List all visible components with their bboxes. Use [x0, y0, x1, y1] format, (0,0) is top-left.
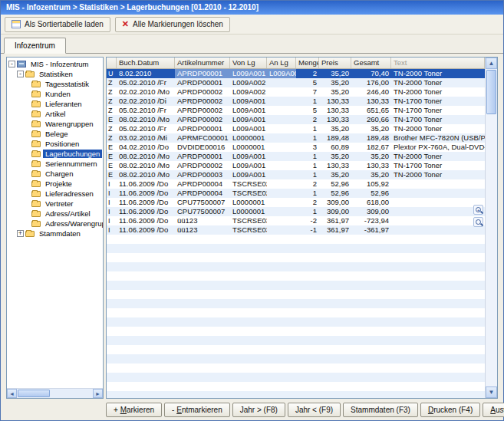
- cell-buch-datum[interactable]: 8.02.2010: [117, 69, 175, 78]
- cell-text[interactable]: [391, 198, 485, 207]
- cell-an-lg[interactable]: [267, 179, 296, 189]
- cell-menge[interactable]: 1: [296, 133, 319, 143]
- cell-von-lg[interactable]: L009A001: [230, 170, 267, 179]
- cell-menge[interactable]: 5: [296, 78, 319, 87]
- cell-von-lg[interactable]: TSCRSE03: [230, 225, 267, 235]
- cell-text[interactable]: [391, 207, 485, 216]
- cell-text[interactable]: TN-1700 Toner: [391, 115, 485, 124]
- cell-menge[interactable]: 1: [296, 97, 319, 106]
- cell-an-lg[interactable]: [267, 207, 296, 216]
- cell-an-lg[interactable]: [267, 124, 296, 133]
- cell-text[interactable]: TN-2000 Toner: [391, 152, 485, 161]
- cell-menge[interactable]: 1: [296, 207, 319, 216]
- cell-menge[interactable]: -2: [296, 216, 319, 225]
- table-row[interactable]: U8.02.2010APRDP00001L009A001L009A002235,…: [107, 69, 485, 78]
- tree-item-kunden[interactable]: Kunden: [7, 89, 103, 99]
- scroll-left-icon[interactable]: ◄: [7, 389, 17, 398]
- scroll-up-icon[interactable]: ▲: [486, 58, 497, 69]
- cell-von-lg[interactable]: TSCRSE02: [230, 189, 267, 198]
- cell-gesamt[interactable]: -723,94: [351, 216, 391, 225]
- table-row[interactable]: Z05.02.2010 /FrAPRDP00001L009A001135,203…: [107, 124, 485, 133]
- column-header-von-lg[interactable]: Von Lg: [230, 58, 267, 68]
- cell-text[interactable]: TN-2000 Toner: [391, 170, 485, 179]
- table-row[interactable]: E08.02.2010 /MoAPRDP00001L009A001135,203…: [107, 152, 485, 161]
- cell-text[interactable]: TN-2000 Toner: [391, 69, 485, 78]
- tree-item-projekte[interactable]: Projekte: [7, 179, 103, 189]
- cell-text[interactable]: TN-1700 Toner: [391, 97, 485, 106]
- cell-preis[interactable]: 130,33: [319, 161, 351, 170]
- cell-buch-datum[interactable]: 11.06.2009 /Do: [117, 225, 175, 235]
- cell-buch-datum[interactable]: 08.02.2010 /Mo: [117, 152, 175, 161]
- cell-preis[interactable]: 361,97: [319, 225, 351, 235]
- tree-item-lieferanten[interactable]: Lieferanten: [7, 99, 103, 109]
- cell-artikelnummer[interactable]: DVDIDE00016: [175, 143, 230, 152]
- cell-buch-datum[interactable]: 08.02.2010 /Mo: [117, 115, 175, 124]
- cell-artikelnummer[interactable]: APRDP00002: [175, 87, 230, 97]
- title-bar[interactable]: MIS - Infozentrum > Statistiken > Lagerb…: [1, 1, 503, 15]
- cell-an-lg[interactable]: [267, 87, 296, 97]
- tree-item-statistiken[interactable]: -Statistiken: [7, 69, 103, 79]
- cell-artikelnummer[interactable]: APRDP00001: [175, 69, 230, 78]
- cell-von-lg[interactable]: L009A001: [230, 124, 267, 133]
- table-row[interactable]: I11.06.2009 /DoAPRDP00004TSCRSE02152,965…: [107, 189, 485, 198]
- cell-buch-datum[interactable]: 03.02.2010 /Mi: [117, 133, 175, 143]
- table-vertical-scrollbar[interactable]: ▲ ▼: [485, 58, 497, 398]
- cell-preis[interactable]: 35,20: [319, 152, 351, 161]
- table-row[interactable]: I11.06.2009 /DoCPU77500007L00000011309,0…: [107, 207, 485, 216]
- cell-text[interactable]: TN-2000 Toner: [391, 87, 485, 97]
- cell-preis[interactable]: 60,89: [319, 143, 351, 152]
- cell-menge[interactable]: 5: [296, 106, 319, 115]
- tree-item-tagesstatistik[interactable]: Tagesstatistik: [7, 79, 103, 89]
- column-header-buch-datum[interactable]: Buch.Datum: [117, 58, 175, 68]
- table-row[interactable]: E04.02.2010 /DoDVDIDE00016L0000001360,89…: [107, 143, 485, 152]
- tree-item-adress-artikel[interactable]: Adress/Artikel: [7, 209, 103, 219]
- cell-gesamt[interactable]: 105,92: [351, 179, 391, 189]
- cell-an-lg[interactable]: [267, 216, 296, 225]
- cell-text[interactable]: TN-1700 Toner: [391, 161, 485, 170]
- tree-scrollbar-track[interactable]: [51, 389, 93, 398]
- cell-preis[interactable]: 35,20: [319, 69, 351, 78]
- cell-gesamt[interactable]: 189,48: [351, 133, 391, 143]
- cell-von-lg[interactable]: L009A001: [230, 152, 267, 161]
- markieren-button[interactable]: + Markieren: [106, 403, 162, 417]
- cell-gesamt[interactable]: -361,97: [351, 225, 391, 235]
- cell-artikelnummer[interactable]: APRDP00001: [175, 152, 230, 161]
- cell-gesamt[interactable]: 309,00: [351, 207, 391, 216]
- cell-text[interactable]: TN-2000 Toner: [391, 124, 485, 133]
- cell-gesamt[interactable]: 260,66: [351, 115, 391, 124]
- cell-gesamt[interactable]: 182,67: [351, 143, 391, 152]
- cell-text[interactable]: [391, 189, 485, 198]
- cell-buch-datum[interactable]: 11.06.2009 /Do: [117, 207, 175, 216]
- column-header-preis[interactable]: Preis: [319, 58, 351, 68]
- cell-buch-datum[interactable]: 05.02.2010 /Fr: [117, 78, 175, 87]
- cell-buch-datum[interactable]: 05.02.2010 /Fr: [117, 124, 175, 133]
- column-header-gesamt[interactable]: Gesamt: [351, 58, 391, 68]
- stammdaten-f3-button[interactable]: Stammdaten (F3): [343, 403, 418, 417]
- cell-an-lg[interactable]: [267, 78, 296, 87]
- cell-von-lg[interactable]: L0000001: [230, 133, 267, 143]
- cell-buch-datum[interactable]: 08.02.2010 /Mo: [117, 161, 175, 170]
- cell-gesamt[interactable]: 246,40: [351, 87, 391, 97]
- cell-an-lg[interactable]: [267, 161, 296, 170]
- cell-artikelnummer[interactable]: APRMFC00001: [175, 133, 230, 143]
- cell-marker[interactable]: E: [107, 161, 117, 170]
- cell-marker[interactable]: I: [107, 216, 117, 225]
- cell-menge[interactable]: 1: [296, 189, 319, 198]
- tree-item-chargen[interactable]: Chargen: [7, 169, 103, 179]
- cell-artikelnummer[interactable]: APRDP00003: [175, 170, 230, 179]
- cell-menge[interactable]: 1: [296, 124, 319, 133]
- cell-von-lg[interactable]: L009A001: [230, 69, 267, 78]
- cell-buch-datum[interactable]: 02.02.2010 /Mo: [117, 87, 175, 97]
- cell-text[interactable]: Plextor PX-760A, Dual-DVD-+R/-+RW, 18/18…: [391, 143, 485, 152]
- cell-marker[interactable]: I: [107, 225, 117, 235]
- cell-gesamt[interactable]: 70,40: [351, 69, 391, 78]
- cell-menge[interactable]: 1: [296, 161, 319, 170]
- cell-artikelnummer[interactable]: APRDP00001: [175, 78, 230, 87]
- tree-item-lieferadressen[interactable]: Lieferadressen: [7, 189, 103, 199]
- table-row[interactable]: I11.06.2009 /Doüü123TSCRSE03-1361,97-361…: [107, 225, 485, 235]
- cell-von-lg[interactable]: L009A001: [230, 106, 267, 115]
- table-row[interactable]: Z02.02.2010 /MoAPRDP00002L009A002735,202…: [107, 87, 485, 97]
- cell-an-lg[interactable]: [267, 152, 296, 161]
- magnifier-plus-icon[interactable]: +: [473, 205, 483, 215]
- cell-preis[interactable]: 130,33: [319, 106, 351, 115]
